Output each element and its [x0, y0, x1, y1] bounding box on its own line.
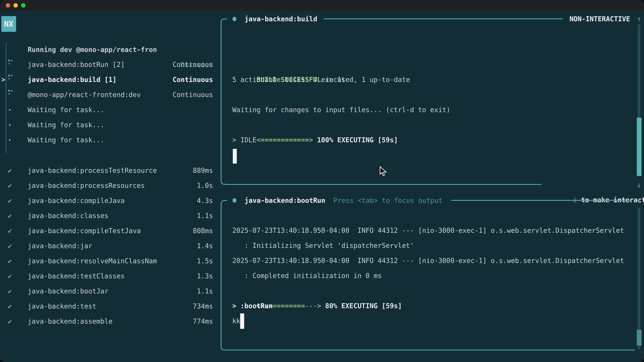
bootrun-panel-header-rule	[451, 200, 632, 201]
check-icon: ✔	[8, 208, 12, 223]
titlebar	[0, 0, 644, 11]
minimize-button[interactable]	[14, 3, 18, 7]
task-duration: 1.1s	[197, 284, 213, 299]
bootrun-panel-scrollbar-thumb[interactable]	[637, 330, 642, 346]
task-row-waiting: Waiting for task...	[0, 117, 215, 132]
build-panel-scrollbar-thumb[interactable]	[637, 118, 642, 176]
check-icon: ✔	[8, 163, 12, 178]
bootrun-progress-bar: <<<=========--->80% EXECUTING [59s]	[232, 283, 402, 298]
task-duration: 734ms	[193, 299, 213, 314]
task-name: java-backend:testClasses	[28, 269, 124, 284]
panel-status-dot-icon	[232, 198, 236, 203]
pagination: ←1/2→	[8, 359, 66, 362]
task-duration: 1.1s	[197, 208, 213, 223]
task-row-completed[interactable]: ✔java-backend:classes1.1s	[0, 208, 215, 223]
progress-close-bracket: >	[309, 136, 313, 144]
check-icon: ✔	[8, 178, 12, 193]
bootrun-prompt-line: > :bootRun	[232, 298, 273, 313]
log-line: : Completed initialization in 0 ms	[232, 268, 382, 283]
progress-dashes: ---	[305, 302, 317, 310]
build-panel-title: java-backend:build	[244, 11, 317, 26]
task-duration: 4.3s	[197, 193, 213, 208]
tasks-summary-line: 5 actionable tasks: 4 executed, 1 up-to-…	[232, 72, 410, 87]
task-row-running[interactable]: @mono-app/react-frontend:devContinuous	[0, 87, 215, 102]
task-row-completed[interactable]: ✔java-backend:compileTestJava808ms	[0, 223, 215, 238]
task-name: java-backend:test	[28, 299, 96, 314]
task-name: java-backend:processResources	[28, 178, 145, 193]
task-status: Continuous	[172, 57, 213, 72]
check-icon: ✔	[8, 314, 12, 329]
terminal-window: NX Running dev @mono-app/react-fron Dura…	[0, 0, 644, 362]
task-row-completed[interactable]: ✔java-backend:assemble774ms	[0, 314, 215, 329]
task-row-running[interactable]: >java-backend:build [1]Continuous	[0, 72, 215, 87]
task-row-completed[interactable]: ✔java-backend:compileJava4.3s	[0, 193, 215, 208]
task-row-completed[interactable]: ✔java-backend:processTestResource889ms	[0, 163, 215, 178]
task-duration: 774ms	[193, 314, 213, 329]
task-duration: 1.5s	[197, 253, 213, 269]
task-status: Continuous	[172, 72, 213, 87]
bootrun-panel-border-corner	[221, 200, 227, 207]
bootrun-panel-title: java-backend:bootRun	[244, 193, 325, 208]
bootrun-panel-border-bottom	[226, 350, 635, 351]
task-row-waiting: Waiting for task...	[0, 102, 215, 117]
spinner-icon	[8, 90, 13, 95]
task-name: java-backend:bootJar	[28, 284, 108, 299]
task-name: @mono-app/react-frontend:dev	[28, 87, 141, 102]
build-panel-border-corner	[221, 18, 227, 26]
log-line: : Initializing Servlet 'dispatcherServle…	[232, 238, 414, 253]
sidebar-footer: ←1/2→ quit: q help: ?	[0, 344, 215, 359]
task-row-completed[interactable]: ✔java-backend:test734ms	[0, 299, 215, 314]
progress-fill: =========	[269, 302, 305, 310]
task-name: java-backend:jar	[28, 238, 92, 253]
check-icon: ✔	[8, 193, 12, 208]
check-icon: ✔	[8, 253, 12, 269]
waiting-task-label: Waiting for task...	[28, 102, 104, 117]
mouse-cursor-icon	[379, 166, 387, 177]
task-row-completed[interactable]: ✔java-backend:jar1.4s	[0, 238, 215, 253]
task-name: java-backend:build [1]	[28, 72, 116, 87]
check-icon: ✔	[8, 269, 12, 284]
build-panel-border-left	[221, 25, 222, 178]
task-duration: 1.3s	[197, 269, 213, 284]
idle-line: > IDLE	[232, 132, 256, 147]
pending-dot-icon	[9, 139, 10, 141]
task-row-completed[interactable]: ✔java-backend:testClasses1.3s	[0, 269, 215, 284]
pending-dot-icon	[9, 109, 10, 111]
build-panel-border-bottom	[226, 184, 541, 185]
maximize-button[interactable]	[21, 3, 26, 7]
task-row-completed[interactable]: ✔java-backend:bootJar1.1s	[0, 284, 215, 299]
close-button[interactable]	[6, 3, 10, 7]
waiting-changes-line: Waiting for changes to input files... (c…	[232, 102, 450, 117]
task-name: java-backend:bootRun [2]	[28, 57, 124, 72]
task-row-waiting: Waiting for task...	[0, 132, 215, 147]
progress-close-bracket: >	[317, 302, 321, 310]
task-duration: 808ms	[193, 223, 213, 238]
interactive-hint: i to make interactive	[549, 177, 644, 192]
typed-input-text[interactable]: kk	[232, 313, 240, 329]
check-icon: ✔	[8, 284, 12, 299]
waiting-task-label: Waiting for task...	[28, 132, 104, 147]
build-panel-header-rule	[324, 18, 563, 19]
selected-task-marker-icon: >	[1, 72, 5, 87]
bootrun-panel-scrollbar-track[interactable]	[638, 207, 640, 349]
progress-label: 80% EXECUTING [59s]	[325, 302, 402, 310]
task-name: java-backend:compileTestJava	[28, 223, 141, 238]
build-panel-border-corner-bottom	[221, 177, 227, 185]
log-line: 2025-07-23T13:40:18.950-04:00 INFO 44312…	[232, 253, 624, 268]
task-duration: 889ms	[193, 163, 213, 178]
panel-status-dot-icon	[232, 17, 236, 21]
task-row-running[interactable]: java-backend:bootRun [2]Continuous	[0, 57, 215, 72]
task-name: java-backend:processTestResource	[28, 163, 157, 178]
build-success-line: BUILD SUCCESSFUL in 1s	[232, 57, 345, 72]
bootrun-panel-border-corner-bottom	[221, 343, 227, 351]
task-name: java-backend:compileJava	[28, 193, 124, 208]
scroll-up-arrow-icon[interactable]: ↑	[637, 193, 641, 208]
check-icon: ✔	[8, 299, 12, 314]
task-row-completed[interactable]: ✔java-backend:resolveMainClassNam1.5s	[0, 253, 215, 269]
focus-output-hint: Press <tab> to focus output	[334, 193, 442, 208]
scroll-down-arrow-icon[interactable]: ↓	[637, 177, 641, 192]
sidebar-header: Running dev @mono-app/react-fron Duratio…	[0, 27, 215, 42]
task-name: java-backend:resolveMainClassNam	[28, 253, 157, 269]
task-row-completed[interactable]: ✔java-backend:processResources1.0s	[0, 178, 215, 193]
log-line: 2025-07-23T13:40:18.950-04:00 INFO 44312…	[232, 223, 624, 238]
